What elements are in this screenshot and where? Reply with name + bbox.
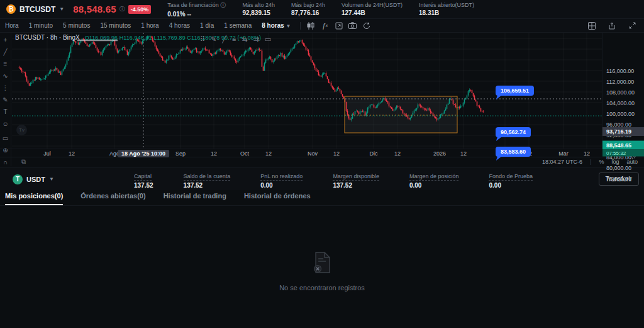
price-tick: 108,000.00 [606,89,635,96]
metric-label[interactable]: Fondo de Prueba [489,173,533,181]
price-callout[interactable]: 90,562.74 [496,127,531,137]
metric-value: 137.52 [134,182,153,189]
crosshair-time-label: 18 Ago '25 10:00 [118,150,169,157]
tradingview-watermark: Tv [16,125,27,135]
last-price: 88,548.65 [73,4,116,14]
candle-countdown: 07:55:32 [602,150,644,157]
toolbar-right [585,21,644,31]
info-icon: ⓘ [119,5,125,13]
chart-toolbar: Hora1 minuto5 minutos15 minutos1 hora4 h… [0,19,644,33]
interval-4-horas[interactable]: 4 horas [164,22,195,29]
metric-label[interactable]: Capital [134,173,152,181]
price-axis[interactable]: 116,000.00112,000.00108,000.00104,000.00… [602,33,644,149]
symbol-selector[interactable]: ₿ BTCUSDT ▼ [0,4,73,14]
interval-1-minuto[interactable]: 1 minuto [24,22,58,29]
asset-selector[interactable]: T USDT ▼ [0,174,134,184]
percent-scale-button[interactable]: % [599,159,604,165]
price-callout[interactable]: 106,659.51 [496,86,534,96]
time-tick: 12 [584,150,590,157]
interval-1-semana[interactable]: 1 semana [219,22,257,29]
interval-Hora[interactable]: Hora [0,22,24,29]
chart-area[interactable]: +╱≡∿⋮✎T☺▭⊕∩✎ BTCUSDT · 8h · BingX O116,0… [0,33,644,166]
divider [300,22,301,30]
account-panel: T USDT ▼ Capital137.52Saldo de la cuenta… [0,167,644,190]
metric-value: 0.00 [260,182,303,189]
account-metric: Capital137.52 [134,169,153,189]
volume-24h-stat: Volumen de 24H(USDT) 127.44B [341,2,402,16]
template-icon[interactable] [332,21,346,31]
account-columns: Capital137.52Saldo de la cuenta137.52PnL… [134,169,563,189]
time-tick: 12 [265,150,272,157]
metric-value: 0.00 [489,182,533,189]
fullscreen-icon[interactable] [625,21,639,31]
chevron-down-icon: ▼ [49,176,54,182]
interval-list: Hora1 minuto5 minutos15 minutos1 hora4 h… [0,22,257,29]
metric-label[interactable]: Margen de posición [409,173,459,181]
tab-historial-de-trading[interactable]: Historial de trading [164,192,226,205]
flat-lines-icon[interactable]: ⇆ [242,35,247,43]
brush-tool-icon[interactable]: ✎ [1,94,11,106]
account-metric: PnL no realizado0.00 [260,169,303,189]
parallel-lines-icon[interactable]: ≡ [232,35,236,43]
clock: 18:04:27 UTC-6 [542,159,582,165]
funding-stat: Tasa de financiación ⓘ 0.01% -- [167,1,226,18]
tab-mis-posiciones-[interactable]: Mis posiciones(0) [5,192,63,205]
no-records-icon [309,250,335,275]
time-tick: 12 [394,150,401,157]
time-axis[interactable]: Jul12AgoSep12Oct12Nov12Dic12202612Feb12M… [0,149,644,157]
price-tick: 116,000.00 [606,68,634,74]
tether-icon: T [13,174,23,184]
time-tick: 12 [460,150,467,157]
interval-5-minutos[interactable]: 5 minutos [58,22,95,29]
metric-value: 0.00 [409,182,459,189]
camera-icon[interactable] [346,21,360,31]
emoji-tool-icon[interactable]: ☺ [1,118,11,130]
price-tick: 112,000.00 [606,79,634,85]
interval-1-hora[interactable]: 1 hora [136,22,164,29]
interval-active[interactable]: 8 horas ▼ [257,22,296,29]
chart-type-icon[interactable] [304,21,318,31]
price-tick: 80,000.00 [606,165,631,171]
tab--rdenes-abiertas-[interactable]: Órdenes abiertas(0) [80,192,145,205]
brush-icon[interactable]: ✎ [211,35,216,43]
interval-15-minutos[interactable]: 15 minutos [95,22,136,29]
metric-label[interactable]: Saldo de la cuenta [184,173,231,181]
callout-icon[interactable]: ▭ [265,35,271,43]
extended-lines-icon[interactable]: ⇉ [253,35,259,43]
indicators-icon[interactable]: ƒx [318,21,332,31]
tab-historial-de-rdenes[interactable]: Historial de órdenes [244,192,311,205]
price-callout[interactable]: 83,583.60 [496,147,531,157]
pattern-tool-icon[interactable]: ∿ [1,70,11,82]
trend-line-tool-icon[interactable]: ╱ [1,46,11,58]
change-badge: -4.50% [128,5,152,14]
go-to-date-icon[interactable]: ⧉ [21,158,26,166]
time-tick: 12 [333,150,340,157]
measure-tool-icon[interactable]: ▭ [1,132,11,144]
crosshair-tool-icon[interactable]: + [1,34,11,46]
current-price-label: 88,548.6507:55:32 [602,141,644,157]
empty-state: No se encontraron registros [279,250,365,291]
metric-label[interactable]: PnL no realizado [260,173,303,181]
share-icon[interactable] [605,21,619,31]
trend-line-icon[interactable]: ╱ [222,35,226,43]
fib-retracement-tool-icon[interactable]: ≡ [1,58,11,70]
chevron-down-icon: ▼ [286,23,291,29]
account-metric: Saldo de la cuenta137.52 [184,169,231,189]
text-tool-icon[interactable]: T [1,106,11,118]
time-tick: Nov [308,150,318,157]
replay-icon[interactable] [360,21,374,31]
metric-label[interactable]: Margen disponible [333,173,379,181]
price-tick: 104,000.00 [606,100,635,106]
drag-handle-icon[interactable]: ⠿ [200,35,205,43]
market-header: ₿ BTCUSDT ▼ 88,548.65 ⓘ -4.50% Tasa de f… [0,0,644,19]
forecast-tool-icon[interactable]: ⋮ [1,82,11,94]
drawing-tools-sidebar: +╱≡∿⋮✎T☺▭⊕∩✎ [0,33,11,166]
floating-draw-toolbar: ⠿✎╱≡⇆⇉▭ [200,34,271,44]
divider: | [590,159,591,165]
layout-grid-icon[interactable] [585,21,599,31]
price-tick: 100,000.00 [606,111,635,117]
interval-1-día[interactable]: 1 día [195,22,219,29]
open-interest-stat: Interés abierto(USDT) 18.31B [419,2,474,16]
time-tick: 12 [211,150,217,157]
positions-content: No se encontraron registros [0,206,644,328]
